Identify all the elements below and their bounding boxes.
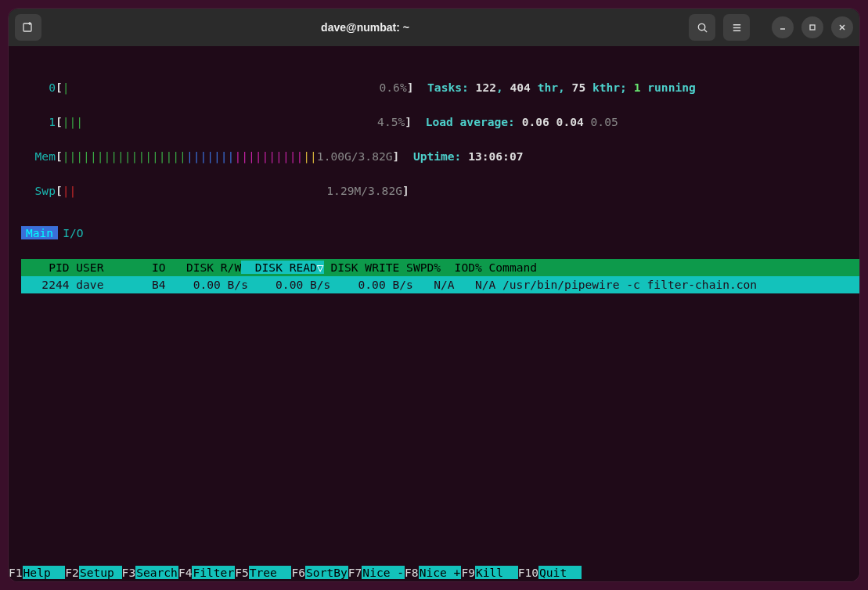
close-button[interactable] [831,16,853,38]
fkey-F1[interactable]: F1 [9,566,23,579]
fkey-F2[interactable]: F2 [65,566,79,579]
svg-point-3 [698,23,704,30]
sort-desc-icon: ▽ [317,261,324,274]
fkey-F4-label[interactable]: Filter [192,566,235,579]
process-row[interactable]: 2244 dave B4 0.00 B/s 0.00 B/s 0.00 B/s … [21,276,859,293]
fkey-F5[interactable]: F5 [235,566,249,579]
col-pid: PID [21,261,70,274]
fkey-F6[interactable]: F6 [291,566,305,579]
fkey-F9-label[interactable]: Kill [475,566,518,579]
terminal-window: dave@numbat: ~ 0[|0.6%] Tasks: 122, 404 … [9,9,859,581]
menu-button[interactable] [723,14,750,41]
col-disk-read: DISK READ [241,261,317,274]
col-command: Command [482,261,537,274]
col-disk-write: DISK WRITE [324,261,400,274]
col-disk-rw: DISK R/W [166,261,242,274]
col-iod: IOD% [441,261,482,274]
search-button[interactable] [689,14,715,41]
new-tab-button[interactable] [15,14,41,41]
fkey-F3[interactable]: F3 [122,566,136,579]
column-headers[interactable]: PID USER IO DISK R/W DISK READ▽ DISK WRI… [21,259,859,276]
fkey-F7[interactable]: F7 [348,566,362,579]
tasks-label: Tasks: [427,81,476,94]
col-user: USER [70,261,139,274]
col-io: IO [138,261,165,274]
titlebar: dave@numbat: ~ [9,9,859,46]
load-avg-label: Load average: [426,115,522,128]
fkey-F1-label[interactable]: Help [23,566,66,579]
svg-rect-9 [810,25,815,30]
tabs: MainI/O [21,225,859,242]
fkey-F10[interactable]: F10 [518,566,538,579]
fkey-F8-label[interactable]: Nice + [419,566,462,579]
fkey-F6-label[interactable]: SortBy [305,566,348,579]
fkey-F8[interactable]: F8 [405,566,419,579]
function-keys: F1Help F2Setup F3SearchF4FilterF5Tree F6… [9,564,859,581]
tab-io[interactable]: I/O [58,226,88,239]
svg-line-4 [704,29,706,31]
minimize-button[interactable] [772,16,794,38]
fkey-F10-label[interactable]: Quit [538,566,582,579]
cpu0-meter: 0[|0.6%] Tasks: 122, 404 thr, 75 kthr; 1… [21,79,859,96]
mem-meter: Mem[||||||||||||||||||||||||||||||||||||… [21,148,859,165]
terminal-area[interactable]: 0[|0.6%] Tasks: 122, 404 thr, 75 kthr; 1… [9,46,859,581]
fkey-F9[interactable]: F9 [461,566,475,579]
process-list[interactable]: 2244 dave B4 0.00 B/s 0.00 B/s 0.00 B/s … [21,276,859,293]
fkey-F3-label[interactable]: Search [135,566,178,579]
tab-main[interactable]: Main [21,226,58,239]
maximize-button[interactable] [801,16,823,38]
uptime-label: Uptime: [413,149,468,163]
fkey-F5-label[interactable]: Tree [249,566,292,579]
fkey-F7-label[interactable]: Nice - [362,566,405,579]
fkey-F2-label[interactable]: Setup [79,566,122,579]
fkey-F4[interactable]: F4 [178,566,193,579]
window-title: dave@numbat: ~ [46,21,684,34]
cpu1-meter: 1[|||4.5%] Load average: 0.06 0.04 0.05 [21,113,859,131]
swp-meter: Swp[||1.29M/3.82G] [21,182,859,200]
col-swpd: SWPD% [399,261,441,274]
